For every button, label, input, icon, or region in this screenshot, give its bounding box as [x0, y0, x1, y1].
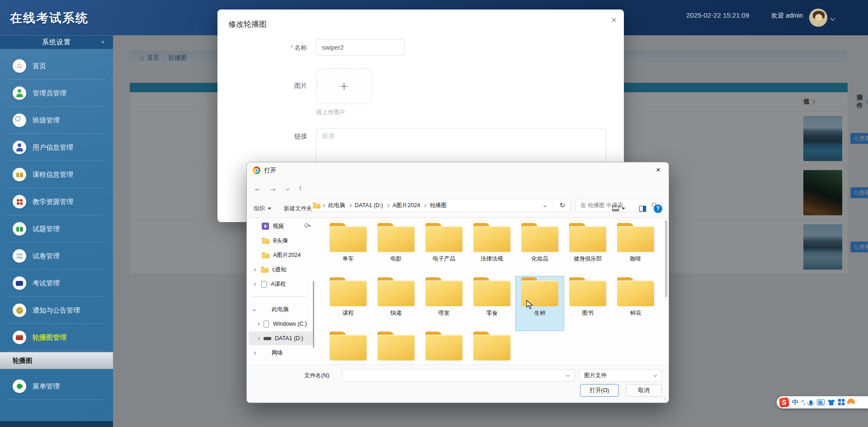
- sidebar-item-admins[interactable]: 管理员管理: [0, 80, 113, 107]
- sidebar-item-resources[interactable]: 教学资源管理: [0, 188, 113, 215]
- new-folder-button[interactable]: 新建文件夹: [284, 199, 312, 218]
- sidebar-item-home[interactable]: ⌂ 首页: [0, 52, 113, 80]
- organize-button[interactable]: 组织: [254, 199, 271, 218]
- microphone-icon[interactable]: [809, 400, 812, 405]
- name-field[interactable]: [316, 39, 405, 56]
- plus-icon: +: [340, 79, 348, 94]
- caret-down-icon: [622, 208, 625, 211]
- filename-input[interactable]: [342, 370, 559, 381]
- folder-icon: [262, 252, 269, 258]
- folder-item[interactable]: 健身俱乐部: [564, 222, 612, 276]
- grid-scrollbar[interactable]: [665, 220, 667, 297]
- chevron-right-icon[interactable]: [255, 323, 261, 325]
- chevron-down-icon[interactable]: [251, 308, 257, 311]
- dialog-titlebar[interactable]: 打开 ×: [247, 162, 669, 178]
- folder-icon: [569, 277, 607, 306]
- chevron-right-icon[interactable]: [251, 283, 257, 285]
- folder-item[interactable]: [324, 331, 372, 365]
- image-icon: [13, 331, 26, 344]
- chevron-down-icon[interactable]: [566, 374, 570, 377]
- folder-icon: [425, 223, 463, 252]
- keyboard-icon[interactable]: [817, 399, 825, 405]
- quickaccess-c-notice[interactable]: c通知: [249, 263, 313, 276]
- folder-icon: [473, 332, 511, 361]
- folder-item[interactable]: 理发: [420, 276, 468, 331]
- up-button[interactable]: ↑: [294, 182, 307, 195]
- folder-item[interactable]: [420, 331, 468, 365]
- sidebar-item-exams[interactable]: 考试管理: [0, 270, 113, 297]
- open-button[interactable]: 打开(O): [580, 384, 619, 397]
- ime-language-icon[interactable]: 中: [792, 399, 798, 407]
- folder-item[interactable]: 化妆品: [516, 222, 564, 276]
- tree-windows-c[interactable]: Windows (C:): [249, 317, 313, 331]
- sidebar-section-header[interactable]: 系统设置 »: [0, 35, 113, 49]
- folder-item[interactable]: [372, 331, 420, 365]
- dialog-navbar: ← → ↑ 此电脑 DATA1 (D:) A图片2024 轮播图 ↻: [247, 180, 669, 198]
- sidebar-subitem-carousel[interactable]: 轮播图: [0, 352, 113, 369]
- sogou-logo-icon[interactable]: S: [779, 397, 789, 408]
- quickaccess-b-avatar[interactable]: B头像: [249, 234, 313, 247]
- quickaccess-a-pics-2024[interactable]: A图片2024: [249, 248, 313, 262]
- sidebar-item-menus[interactable]: 菜单管理: [0, 373, 113, 400]
- folder-icon: [261, 267, 269, 273]
- tree-data1-d[interactable]: DATA1 (D:): [249, 332, 313, 345]
- view-mode-button[interactable]: [612, 199, 625, 218]
- folder-grid: 单车 电影 电子产品 法律法规 化妆品 健身俱乐部 咖啡 课程 快递 理发 零食…: [324, 222, 660, 365]
- help-button[interactable]: ?: [654, 199, 662, 218]
- forward-button[interactable]: →: [267, 182, 279, 195]
- preview-pane-button[interactable]: [639, 199, 646, 218]
- chevron-right-icon[interactable]: [251, 352, 257, 354]
- recent-locations-button[interactable]: [281, 182, 294, 195]
- chevron-down-icon[interactable]: [830, 15, 835, 20]
- welcome-text: 欢迎 admin: [771, 12, 803, 20]
- sidebar-item-users[interactable]: 用户信息管理: [0, 134, 113, 161]
- cancel-button[interactable]: 取消: [626, 384, 662, 397]
- sidebar-footer-strip: [0, 421, 113, 427]
- sidebar-item-courses[interactable]: 课程信息管理: [0, 161, 113, 188]
- book-icon: [13, 168, 26, 181]
- ime-punctuation-icon[interactable]: °,: [802, 399, 805, 406]
- avatar[interactable]: [809, 9, 827, 27]
- chevron-down-icon: [654, 374, 657, 377]
- chevron-right-icon[interactable]: [255, 337, 261, 340]
- quickaccess-a-course[interactable]: A课程: [249, 277, 313, 291]
- folder-item[interactable]: 单车: [324, 222, 372, 276]
- check-circle-icon: ✓: [13, 304, 26, 317]
- sidebar-item-papers[interactable]: 试卷管理: [0, 242, 113, 270]
- filetype-select[interactable]: 图片文件: [579, 369, 662, 382]
- folder-item[interactable]: 咖啡: [612, 222, 660, 276]
- sidebar-divider: [251, 296, 306, 297]
- folder-item[interactable]: [468, 331, 516, 365]
- image-upload-box[interactable]: +: [316, 68, 372, 104]
- folder-item[interactable]: 零食: [468, 276, 516, 331]
- document-icon: [264, 321, 269, 327]
- tree-this-pc[interactable]: 此电脑: [249, 303, 313, 316]
- sidebar-item-classes[interactable]: 班级管理: [0, 107, 113, 134]
- close-icon[interactable]: ×: [648, 162, 669, 178]
- sidebar-item-carousel-mgmt[interactable]: 轮播图管理: [0, 324, 113, 351]
- folder-item[interactable]: 课程: [324, 276, 372, 331]
- file-open-dialog: 打开 × ← → ↑ 此电脑 DATA1 (D:) A图片2024 轮播图 ↻: [246, 162, 669, 403]
- link-field[interactable]: [316, 128, 606, 167]
- pin-icon: [304, 223, 309, 228]
- folder-item[interactable]: 法律法规: [468, 222, 516, 276]
- folder-icon: [425, 332, 463, 361]
- folder-item[interactable]: 电影: [372, 222, 420, 276]
- folder-item[interactable]: 鲜花: [612, 276, 660, 331]
- chevron-right-icon[interactable]: [251, 269, 257, 271]
- folder-item[interactable]: 快递: [372, 276, 420, 331]
- emoji-icon[interactable]: [847, 399, 855, 406]
- sidebar-item-questions[interactable]: 试题管理: [0, 215, 113, 242]
- close-icon[interactable]: ×: [611, 15, 617, 24]
- sidebar-item-notices[interactable]: ✓ 通知与公告管理: [0, 297, 113, 324]
- quickaccess-videos[interactable]: 视频: [249, 219, 313, 233]
- tree-network[interactable]: 网络: [249, 346, 313, 360]
- skin-icon[interactable]: [828, 399, 835, 405]
- folder-item[interactable]: 电子产品: [420, 222, 468, 276]
- folder-item[interactable]: 图书: [564, 276, 612, 331]
- sidebar-scrollbar[interactable]: [313, 281, 314, 348]
- back-button[interactable]: ←: [251, 182, 264, 195]
- toolbox-grid-icon[interactable]: [838, 399, 841, 402]
- folder-item-selected[interactable]: 生鲜: [516, 276, 564, 331]
- drive-icon: [264, 337, 271, 340]
